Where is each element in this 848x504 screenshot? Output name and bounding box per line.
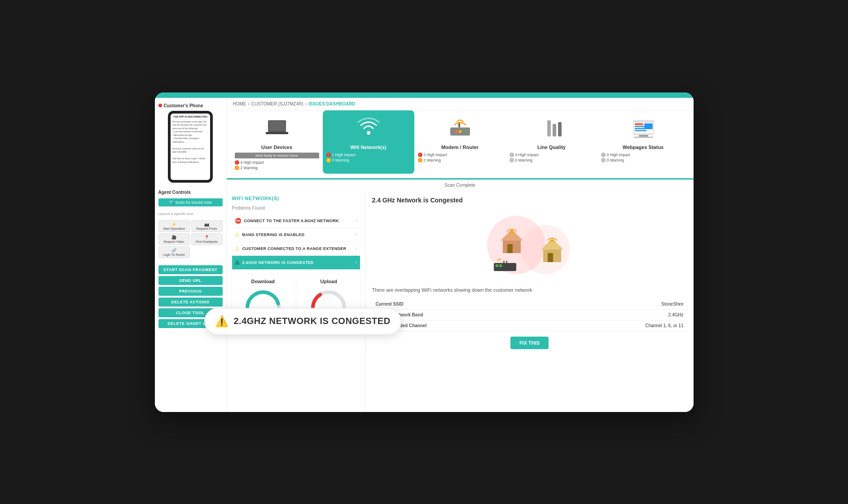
svg-rect-18 — [644, 123, 652, 129]
warning-icon-2: ⚠ — [235, 245, 240, 252]
tile-user-devices[interactable]: User Devices Most likely to resolve issu… — [231, 110, 323, 174]
problems-label: Problems Found — [232, 206, 360, 210]
high-impact-badge-2: ! 2 High Impact — [418, 153, 502, 157]
ssid-label: Current SSID — [372, 299, 549, 310]
channel-value: Channel 1, 6, or 11 — [549, 320, 687, 331]
high-impact-badge-3: ! 0 High Impact — [510, 153, 594, 157]
delete-actions-button[interactable]: DELETE ACTIONS — [158, 298, 223, 307]
svg-rect-2 — [266, 132, 288, 134]
chevron-icon-0: › — [356, 218, 357, 223]
previous-button[interactable]: PREVIOUS — [158, 287, 223, 296]
tile-webpages[interactable]: Webpages Status ! 0 High Impact ⚠ 0 Warn… — [598, 110, 689, 174]
webpages-label: Webpages Status — [623, 145, 664, 150]
router-icon: 🔗 — [171, 248, 176, 253]
breadcrumb: HOME › CUSTOMER (SJJ7MZ4R) › ISSUES DASH… — [227, 98, 694, 110]
svg-rect-1 — [269, 121, 285, 131]
svg-rect-14 — [635, 123, 643, 125]
wifi-badges: ! 1 High Impact ⚠ 3 Warning — [326, 153, 411, 162]
phone-status-dot — [158, 104, 162, 107]
svg-rect-20 — [634, 136, 653, 138]
request-photo-button[interactable]: 📷 Request Photo — [191, 220, 223, 232]
phone-screen-title: THE APP IS DISCONNECTED — [172, 115, 208, 119]
phone-mockup: THE APP IS DISCONNECTED We lost connecti… — [168, 111, 213, 183]
chevron-icon-3: › — [356, 260, 357, 265]
yellow-dot-1: ⚠ — [326, 158, 331, 162]
svg-point-5 — [455, 130, 458, 133]
bottom-section: WIFI NETWORK(S) Problems Found ⛔ CONNECT… — [227, 190, 694, 412]
launch-label: Launch a specific tool: — [158, 212, 223, 216]
webpages-badges: ! 0 High Impact ⚠ 0 Warning — [601, 153, 685, 162]
svg-rect-27 — [496, 264, 498, 267]
problem-item-2[interactable]: ⚠ CUSTOMER CONNECTED TO A RANGE EXTENDER… — [232, 242, 360, 256]
info-table: Current SSID StoneShire Current Network … — [372, 299, 687, 331]
problem-item-1[interactable]: ⚠ BAND STEERING IS ENABLED › — [232, 228, 360, 242]
speedtest-icon: ⚡ — [171, 222, 176, 227]
svg-rect-25 — [507, 244, 513, 253]
band-row: Current Network Band 2.4GHz — [372, 310, 687, 320]
wifi-section-title: WIFI NETWORK(S) — [232, 196, 360, 201]
upload-gauge — [308, 288, 349, 310]
svg-rect-17 — [635, 130, 646, 131]
svg-rect-10 — [553, 124, 556, 136]
band-value: 2.4GHz — [549, 310, 687, 320]
wifi-networks-icon — [355, 115, 382, 142]
scan-issues-button[interactable]: 🔍 Scan for issues now — [158, 198, 223, 206]
red-dot-1: ! — [326, 153, 331, 157]
line-quality-badges: ! 0 High Impact ⚠ 0 Warning — [510, 153, 594, 162]
ssid-row: Current SSID StoneShire — [372, 299, 687, 310]
user-devices-icon — [264, 115, 290, 142]
download-title: Download — [236, 279, 291, 284]
svg-point-6 — [459, 130, 461, 133]
sidebar: Customer's Phone THE APP IS DISCONNECTED… — [155, 98, 227, 412]
congestion-title: 2.4 GHz Network is Congested — [372, 197, 687, 204]
warning-badge-4: ⚠ 0 Warning — [601, 158, 685, 162]
svg-rect-16 — [635, 128, 645, 129]
svg-point-7 — [462, 130, 465, 133]
problem-item-0[interactable]: ⛔ CONNECT TO THE FASTER 5.8GHZ NETWORK › — [232, 214, 360, 228]
high-impact-badge-4: ! 0 High Impact — [601, 153, 685, 157]
phone-label: Customer's Phone — [158, 103, 223, 108]
congestion-description: There are overlapping WiFi networks slow… — [372, 286, 687, 294]
scan-complete-bar: Scan Complete — [227, 180, 694, 190]
alert-bubble: ⚠️ 2.4GHZ NETWORK IS CONGESTED — [204, 308, 401, 335]
most-likely-banner: Most likely to resolve issue — [235, 153, 319, 158]
orange-dot-0: ⚠ — [235, 166, 239, 170]
tiles-row: User Devices Most likely to resolve issu… — [227, 110, 694, 180]
video-icon: 🎥 — [171, 235, 176, 240]
modem-label: Modem / Router — [441, 145, 479, 150]
find-deadspots-button[interactable]: 📍 Find Deadspots — [191, 233, 223, 245]
start-scan-fragment-button[interactable]: START SCAN FRAGMENT — [158, 265, 223, 274]
left-panel: WIFI NETWORK(S) Problems Found ⛔ CONNECT… — [227, 190, 366, 412]
start-speedtest-button[interactable]: ⚡ Start Speedtest — [158, 220, 190, 232]
problem-item-3[interactable]: ⚠ 2.4GHZ NETWORK IS CONGESTED › — [232, 256, 360, 270]
svg-rect-9 — [547, 120, 551, 136]
scan-icon: 🔍 — [169, 200, 174, 205]
login-router-button[interactable]: 🔗 Login To Router — [158, 246, 190, 258]
upload-title: Upload — [301, 279, 356, 284]
alert-text: 2.4GHZ NETWORK IS CONGESTED — [234, 316, 391, 326]
gray-dot-4: ! — [601, 153, 606, 157]
webpages-icon — [630, 115, 657, 142]
svg-rect-29 — [503, 261, 505, 263]
tile-line-quality[interactable]: Line Quality ! 0 High Impact ⚠ 0 Warning — [506, 110, 598, 174]
line-quality-label: Line Quality — [537, 145, 566, 150]
modem-router-icon — [447, 115, 474, 142]
warning-badge-0: ⚠ 2 Warning — [235, 166, 319, 170]
chevron-icon-1: › — [356, 232, 357, 237]
problem-text-1: BAND STEERING IS ENABLED — [242, 232, 305, 237]
red-dot-0: ! — [235, 160, 239, 165]
fix-this-button[interactable]: FIX THIS — [510, 337, 549, 349]
tile-modem-router[interactable]: Modem / Router ! 2 High Impact ⚠ 2 Warni… — [414, 110, 506, 174]
request-video-button[interactable]: 🎥 Request Video — [158, 233, 190, 245]
error-icon-0: ⛔ — [235, 218, 242, 224]
send-url-button[interactable]: SEND URL — [158, 276, 223, 285]
download-gauge — [243, 288, 283, 310]
warning-badge-3: ⚠ 0 Warning — [510, 158, 594, 162]
photo-icon: 📷 — [204, 222, 209, 227]
agent-controls-label: Agent Controls — [158, 190, 223, 195]
user-devices-label: User Devices — [261, 145, 292, 150]
content-area: HOME › CUSTOMER (SJJ7MZ4R) › ISSUES DASH… — [227, 98, 694, 412]
tile-wifi-networks[interactable]: Wifi Network(s) ! 1 High Impact ⚠ 3 Warn… — [323, 110, 414, 174]
gray-dot-w3: ⚠ — [510, 158, 514, 162]
warning-badge-1: ⚠ 3 Warning — [326, 158, 411, 162]
